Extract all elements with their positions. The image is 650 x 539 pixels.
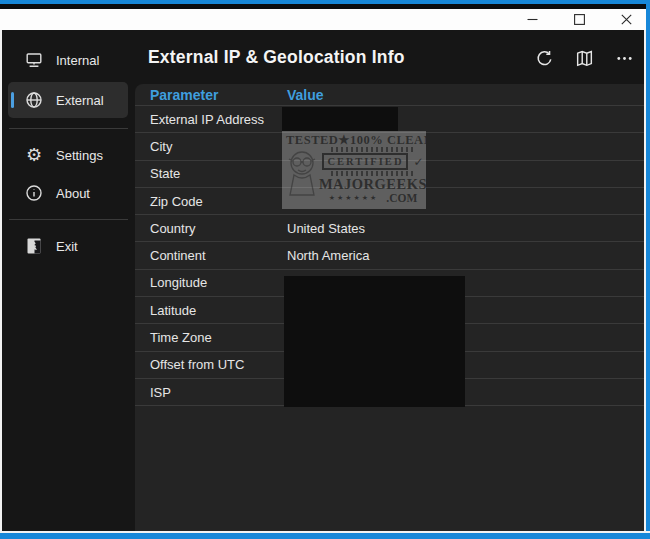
table-row: Continent North America [135,242,644,269]
info-icon [24,183,44,203]
header-actions [532,46,636,70]
globe-icon [24,90,44,110]
majorgeeks-watermark: TESTED★100% CLEAN CERTIFIED ✓ MAJORGEEKS… [282,131,426,209]
table-header-row: Parameter Value [135,84,644,106]
parameter-cell: State [150,166,287,181]
watermark-stars: ★★★★★★ [329,193,379,203]
sidebar-item-label: Exit [56,239,78,254]
exit-icon [24,236,44,256]
map-button[interactable] [572,46,596,70]
selected-indicator [11,92,14,108]
parameter-cell: Time Zone [150,330,287,345]
sidebar-item-label: About [56,186,90,201]
window-border-left [0,30,2,531]
more-icon [615,49,634,68]
map-icon [575,49,594,68]
watermark-certified-label: CERTIFIED [322,153,408,170]
sidebar-item-label: External [56,93,104,108]
window-border-bottom [0,533,650,539]
watermark-barcode-bottom [331,171,415,176]
sidebar-item-external[interactable]: External [8,82,128,118]
redaction-box-ip [282,107,398,131]
parameter-cell: Longitude [150,275,287,290]
parameter-cell: Zip Code [150,194,287,209]
geek-face-graphic [284,147,320,203]
sidebar-item-label: Settings [56,148,103,163]
gear-icon: ⚙ [26,145,42,165]
titlebar [0,9,650,30]
parameter-cell: Offset from UTC [150,357,287,372]
watermark-barcode-top [331,147,415,152]
parameter-cell: Continent [150,248,287,263]
sidebar-item-settings[interactable]: ⚙ Settings [8,139,128,171]
sidebar-item-internal[interactable]: Internal [8,44,128,76]
column-header-parameter: Parameter [150,87,287,103]
close-icon [621,14,632,25]
sidebar-divider [9,219,128,220]
parameter-cell: ISP [150,385,287,400]
minimize-button[interactable] [509,9,556,30]
monitor-icon [24,50,44,70]
certified-check-icon: ✓ [413,156,423,168]
sidebar-nav: Internal External ⚙ Settings About Exit [2,30,135,531]
watermark-tested-line: TESTED★100% CLEAN [286,133,422,147]
parameter-cell: External IP Address [150,112,287,127]
maximize-icon [574,14,585,25]
close-button[interactable] [603,9,650,30]
sidebar-item-about[interactable]: About [8,177,128,209]
page-title: External IP & Geolocation Info [148,44,405,70]
watermark-body: CERTIFIED ✓ MAJORGEEKS ★★★★★★ .COM [324,147,422,203]
column-header-value: Value [287,87,324,103]
sidebar-item-label: Internal [56,53,99,68]
parameter-cell: Country [150,221,287,236]
window-border-right [646,0,650,539]
watermark-brand: MAJORGEEKS [319,177,426,192]
watermark-com: .COM [386,193,417,203]
value-cell: United States [287,221,365,236]
value-cell: North America [287,248,369,263]
maximize-button[interactable] [556,9,603,30]
table-row: Country United States [135,215,644,242]
sidebar-item-exit[interactable]: Exit [8,230,128,262]
sidebar-divider [9,128,128,129]
refresh-icon [535,49,554,68]
redaction-box-location [284,276,465,407]
parameter-cell: Latitude [150,303,287,318]
more-button[interactable] [612,46,636,70]
app-window: External IP & Geolocation Info [0,0,650,539]
minimize-icon [527,14,538,25]
parameter-cell: City [150,139,287,154]
refresh-button[interactable] [532,46,556,70]
